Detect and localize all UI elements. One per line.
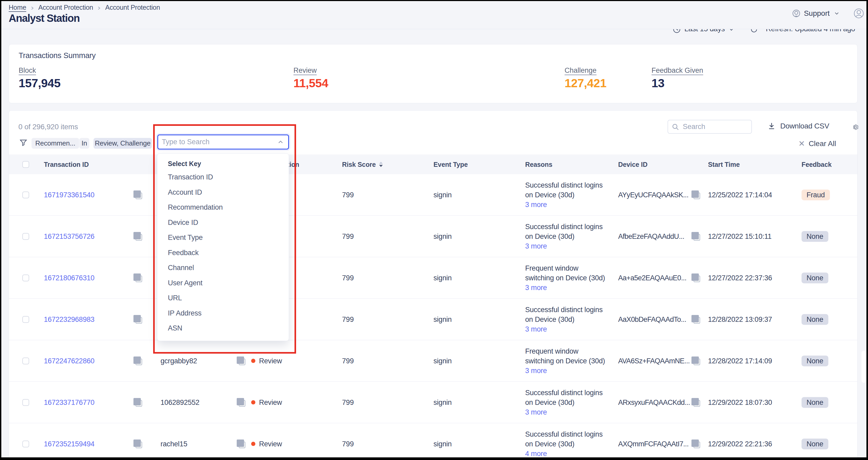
feedback-badge: None xyxy=(802,438,828,449)
analyst-station-screen: Last 15 days Refresh: Updated 4 min ago … xyxy=(0,0,868,460)
risk-score-cell: 799 xyxy=(342,315,353,324)
more-reasons-link[interactable]: 3 more xyxy=(525,366,547,374)
download-csv-button[interactable]: Download CSV xyxy=(767,122,829,130)
copy-icon[interactable] xyxy=(690,272,702,283)
stat-review-label[interactable]: Review xyxy=(293,66,317,74)
page-header: Home Account Protection Account Protecti… xyxy=(0,0,868,29)
row-checkbox[interactable] xyxy=(22,358,29,364)
event-type-cell: signin xyxy=(433,315,452,324)
user-avatar[interactable] xyxy=(853,8,864,19)
transaction-id-link[interactable]: 1672352159494 xyxy=(44,440,95,448)
more-reasons-link[interactable]: 3 more xyxy=(525,408,547,416)
stat-feedback-given-label[interactable]: Feedback Given xyxy=(652,66,703,74)
table-row: 1672153756726 799 signin Successful dist… xyxy=(9,216,857,257)
copy-icon[interactable] xyxy=(236,438,247,450)
items-count: 0 of 296,920 items xyxy=(19,123,78,131)
filter-field-chip[interactable]: Recommen... xyxy=(32,138,79,149)
chevron-down-icon[interactable] xyxy=(834,10,840,16)
copy-icon[interactable] xyxy=(132,189,144,201)
table-row: 1672352159494 rachel15 Review 799 signin… xyxy=(9,423,857,460)
copy-icon[interactable] xyxy=(690,397,702,408)
event-type-cell: signin xyxy=(433,398,452,406)
stat-challenge-label[interactable]: Challenge xyxy=(564,66,597,74)
filter-operator-chip[interactable]: In xyxy=(79,138,89,149)
reasons-cell: Successful distinct logins on Device (30… xyxy=(525,222,622,251)
risk-score-cell: 799 xyxy=(342,357,353,365)
review-status-dot xyxy=(251,400,255,405)
row-checkbox[interactable] xyxy=(22,233,29,240)
row-checkbox[interactable] xyxy=(22,399,29,406)
column-header-start-time[interactable]: Start Time xyxy=(708,160,740,168)
column-header-event-type[interactable]: Event Type xyxy=(433,160,468,168)
close-icon: ✕ xyxy=(798,139,805,148)
row-checkbox[interactable] xyxy=(22,275,29,281)
breadcrumb-account-protection[interactable]: Account Protection xyxy=(38,4,93,11)
gear-icon[interactable] xyxy=(852,123,859,131)
device-id-cell: ARxsyxuFAQAACKdd... xyxy=(618,398,690,406)
start-time-cell: 12/28/2022 17:14:09 xyxy=(708,357,772,365)
start-time-cell: 12/27/2022 22:37:36 xyxy=(708,274,772,282)
more-reasons-link[interactable]: 3 more xyxy=(525,283,547,292)
copy-icon[interactable] xyxy=(236,356,247,366)
risk-score-cell: 799 xyxy=(342,398,353,406)
filter-icon[interactable] xyxy=(20,139,27,147)
device-id-cell: AaX0bDeFAQAAdTo... xyxy=(618,315,686,324)
copy-icon[interactable] xyxy=(132,356,144,366)
transaction-id-link[interactable]: 1672337176770 xyxy=(44,398,95,406)
search-input[interactable]: Search xyxy=(668,120,752,134)
review-status-dot xyxy=(251,359,255,363)
select-all-checkbox[interactable] xyxy=(22,161,29,168)
more-reasons-link[interactable]: 3 more xyxy=(525,242,547,250)
transaction-id-link[interactable]: 1671973361540 xyxy=(44,191,95,199)
more-reasons-link[interactable]: 3 more xyxy=(525,201,547,208)
copy-icon[interactable] xyxy=(132,397,144,408)
copy-icon[interactable] xyxy=(132,438,144,450)
copy-icon[interactable] xyxy=(690,356,702,366)
copy-icon[interactable] xyxy=(690,189,702,201)
feedback-badge: None xyxy=(802,356,828,366)
search-icon xyxy=(672,123,679,131)
copy-icon[interactable] xyxy=(132,272,144,283)
header-actions: Support xyxy=(792,8,868,19)
row-checkbox[interactable] xyxy=(22,440,29,448)
column-header-risk-score[interactable]: Risk Score xyxy=(342,160,383,168)
table-row: 1672232968983 799 signin Successful dist… xyxy=(9,299,857,340)
vertical-scrollbar-thumb[interactable] xyxy=(862,351,866,383)
row-checkbox[interactable] xyxy=(22,316,29,323)
stat-challenge-value: 127,421 xyxy=(564,76,606,90)
more-reasons-link[interactable]: 3 more xyxy=(525,325,547,333)
transaction-id-link[interactable]: 1672180676310 xyxy=(44,274,95,282)
column-header-transaction-id[interactable]: Transaction ID xyxy=(44,160,89,168)
device-id-cell: AVA6Sz+FAQAAmNE... xyxy=(618,357,690,365)
download-icon xyxy=(767,122,776,130)
clear-all-label: Clear All xyxy=(809,140,836,148)
feedback-badge: None xyxy=(802,397,828,408)
event-type-cell: signin xyxy=(433,232,452,240)
filter-value-chip[interactable]: Review, Challenge xyxy=(94,138,152,149)
table-header-row: Transaction ID Account ID Recommendation… xyxy=(9,154,857,174)
account-id-cell: gcrgabby82 xyxy=(160,357,197,365)
transaction-id-link[interactable]: 1672153756726 xyxy=(44,232,95,240)
column-header-reasons[interactable]: Reasons xyxy=(525,160,553,168)
start-time-cell: 12/29/2022 18:07:30 xyxy=(708,398,772,406)
breadcrumb-home[interactable]: Home xyxy=(9,4,26,11)
column-header-feedback[interactable]: Feedback xyxy=(802,160,832,168)
stat-review-value: 11,554 xyxy=(293,76,328,90)
copy-icon[interactable] xyxy=(690,231,702,242)
sort-icon[interactable] xyxy=(379,162,383,167)
transaction-id-link[interactable]: 1672247622860 xyxy=(44,357,95,365)
copy-icon[interactable] xyxy=(690,314,702,325)
copy-icon[interactable] xyxy=(132,314,144,325)
reasons-cell: Successful distinct logins on Device (30… xyxy=(525,388,622,417)
copy-icon[interactable] xyxy=(690,438,702,450)
clear-all-button[interactable]: ✕ Clear All xyxy=(798,139,836,148)
column-header-device-id[interactable]: Device ID xyxy=(618,160,648,168)
transaction-id-link[interactable]: 1672232968983 xyxy=(44,315,95,324)
copy-icon[interactable] xyxy=(236,397,247,408)
support-menu[interactable]: Support xyxy=(804,9,830,18)
stat-block-label[interactable]: Block xyxy=(19,66,36,74)
row-checkbox[interactable] xyxy=(22,191,29,198)
more-reasons-link[interactable]: 4 more xyxy=(525,450,547,457)
copy-icon[interactable] xyxy=(132,231,144,242)
risk-score-cell: 799 xyxy=(342,191,353,199)
